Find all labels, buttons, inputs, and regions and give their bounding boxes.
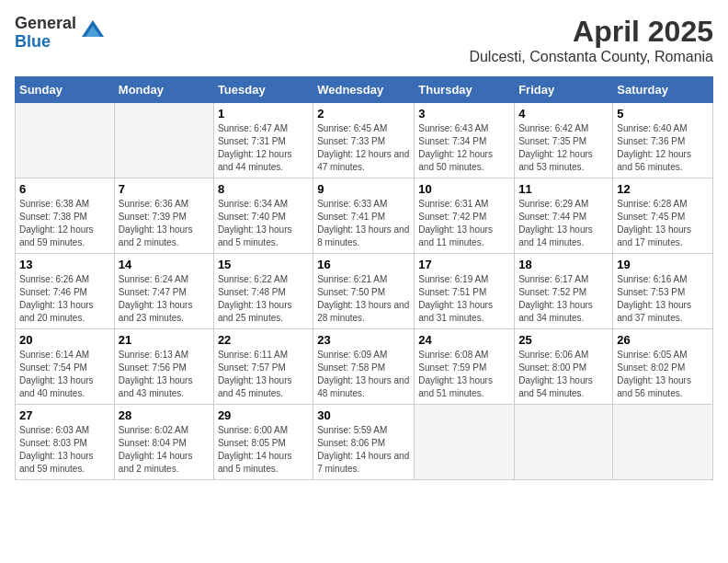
day-number: 16 bbox=[317, 258, 410, 271]
day-number: 19 bbox=[617, 258, 709, 271]
calendar-cell: 25Sunrise: 6:06 AMSunset: 8:00 PMDayligh… bbox=[515, 329, 613, 405]
day-number: 21 bbox=[119, 333, 210, 347]
day-info: Sunrise: 6:38 AMSunset: 7:38 PMDaylight:… bbox=[19, 198, 110, 249]
title-block: April 2025 Dulcesti, Constanta County, R… bbox=[469, 15, 713, 65]
day-number: 15 bbox=[218, 258, 309, 271]
weekday-header: Tuesday bbox=[213, 77, 313, 103]
logo: General Blue bbox=[15, 15, 106, 52]
day-number: 20 bbox=[19, 333, 110, 347]
day-info: Sunrise: 6:47 AMSunset: 7:31 PMDaylight:… bbox=[218, 122, 309, 174]
day-number: 23 bbox=[317, 333, 410, 347]
calendar-week-row: 27Sunrise: 6:03 AMSunset: 8:03 PMDayligh… bbox=[16, 405, 713, 480]
calendar-cell: 8Sunrise: 6:34 AMSunset: 7:40 PMDaylight… bbox=[213, 178, 313, 254]
day-number: 28 bbox=[119, 408, 210, 422]
day-number: 22 bbox=[218, 333, 309, 347]
day-number: 13 bbox=[19, 258, 110, 271]
day-info: Sunrise: 6:03 AMSunset: 8:03 PMDaylight:… bbox=[19, 424, 110, 476]
calendar-cell bbox=[415, 405, 515, 480]
calendar-cell bbox=[16, 103, 115, 178]
calendar-week-row: 1Sunrise: 6:47 AMSunset: 7:31 PMDaylight… bbox=[16, 103, 713, 178]
day-number: 26 bbox=[617, 333, 709, 347]
calendar-cell: 2Sunrise: 6:45 AMSunset: 7:33 PMDaylight… bbox=[313, 103, 415, 178]
weekday-header: Saturday bbox=[613, 77, 713, 103]
calendar-cell: 12Sunrise: 6:28 AMSunset: 7:45 PMDayligh… bbox=[613, 178, 713, 254]
day-number: 11 bbox=[518, 182, 609, 196]
day-info: Sunrise: 6:16 AMSunset: 7:53 PMDaylight:… bbox=[617, 273, 709, 325]
day-number: 18 bbox=[518, 258, 609, 271]
day-info: Sunrise: 6:26 AMSunset: 7:46 PMDaylight:… bbox=[19, 273, 110, 325]
calendar-week-row: 13Sunrise: 6:26 AMSunset: 7:46 PMDayligh… bbox=[16, 254, 713, 329]
day-number: 30 bbox=[317, 408, 410, 422]
day-number: 17 bbox=[418, 258, 510, 271]
weekday-header: Sunday bbox=[16, 77, 115, 103]
day-number: 5 bbox=[617, 107, 709, 121]
day-info: Sunrise: 6:24 AMSunset: 7:47 PMDaylight:… bbox=[119, 273, 210, 325]
day-info: Sunrise: 5:59 AMSunset: 8:06 PMDaylight:… bbox=[317, 424, 410, 476]
calendar-cell: 19Sunrise: 6:16 AMSunset: 7:53 PMDayligh… bbox=[613, 254, 713, 329]
day-info: Sunrise: 6:21 AMSunset: 7:50 PMDaylight:… bbox=[317, 273, 410, 325]
calendar-cell: 10Sunrise: 6:31 AMSunset: 7:42 PMDayligh… bbox=[415, 178, 515, 254]
day-info: Sunrise: 6:14 AMSunset: 7:54 PMDaylight:… bbox=[19, 349, 110, 400]
calendar-cell: 4Sunrise: 6:42 AMSunset: 7:35 PMDaylight… bbox=[515, 103, 613, 178]
calendar-cell: 30Sunrise: 5:59 AMSunset: 8:06 PMDayligh… bbox=[313, 405, 415, 480]
calendar-cell: 14Sunrise: 6:24 AMSunset: 7:47 PMDayligh… bbox=[114, 254, 213, 329]
day-number: 7 bbox=[119, 182, 210, 196]
day-number: 10 bbox=[418, 182, 510, 196]
calendar-cell: 7Sunrise: 6:36 AMSunset: 7:39 PMDaylight… bbox=[114, 178, 213, 254]
day-info: Sunrise: 6:19 AMSunset: 7:51 PMDaylight:… bbox=[418, 273, 510, 325]
day-number: 29 bbox=[218, 408, 309, 422]
calendar-cell: 23Sunrise: 6:09 AMSunset: 7:58 PMDayligh… bbox=[313, 329, 415, 405]
calendar-cell: 13Sunrise: 6:26 AMSunset: 7:46 PMDayligh… bbox=[16, 254, 115, 329]
day-info: Sunrise: 6:29 AMSunset: 7:44 PMDaylight:… bbox=[518, 198, 609, 249]
day-number: 25 bbox=[518, 333, 609, 347]
calendar-cell: 6Sunrise: 6:38 AMSunset: 7:38 PMDaylight… bbox=[16, 178, 115, 254]
weekday-header: Friday bbox=[515, 77, 613, 103]
day-number: 14 bbox=[119, 258, 210, 271]
day-info: Sunrise: 6:13 AMSunset: 7:56 PMDaylight:… bbox=[119, 349, 210, 400]
weekday-header: Thursday bbox=[415, 77, 515, 103]
day-info: Sunrise: 6:09 AMSunset: 7:58 PMDaylight:… bbox=[317, 349, 410, 400]
day-info: Sunrise: 6:42 AMSunset: 7:35 PMDaylight:… bbox=[518, 122, 609, 174]
day-number: 8 bbox=[218, 182, 309, 196]
day-info: Sunrise: 6:34 AMSunset: 7:40 PMDaylight:… bbox=[218, 198, 309, 249]
calendar-cell: 15Sunrise: 6:22 AMSunset: 7:48 PMDayligh… bbox=[213, 254, 313, 329]
calendar-week-row: 20Sunrise: 6:14 AMSunset: 7:54 PMDayligh… bbox=[16, 329, 713, 405]
calendar-cell bbox=[114, 103, 213, 178]
calendar-cell: 16Sunrise: 6:21 AMSunset: 7:50 PMDayligh… bbox=[313, 254, 415, 329]
weekday-header: Monday bbox=[114, 77, 213, 103]
day-number: 2 bbox=[317, 107, 410, 121]
day-info: Sunrise: 6:17 AMSunset: 7:52 PMDaylight:… bbox=[518, 273, 609, 325]
calendar-cell: 3Sunrise: 6:43 AMSunset: 7:34 PMDaylight… bbox=[415, 103, 515, 178]
calendar-subtitle: Dulcesti, Constanta County, Romania bbox=[469, 49, 713, 65]
day-info: Sunrise: 6:00 AMSunset: 8:05 PMDaylight:… bbox=[218, 424, 309, 476]
day-info: Sunrise: 6:45 AMSunset: 7:33 PMDaylight:… bbox=[317, 122, 410, 174]
calendar-table: SundayMondayTuesdayWednesdayThursdayFrid… bbox=[15, 76, 713, 480]
logo-icon bbox=[80, 18, 106, 44]
calendar-cell: 28Sunrise: 6:02 AMSunset: 8:04 PMDayligh… bbox=[114, 405, 213, 480]
calendar-cell: 20Sunrise: 6:14 AMSunset: 7:54 PMDayligh… bbox=[16, 329, 115, 405]
day-info: Sunrise: 6:11 AMSunset: 7:57 PMDaylight:… bbox=[218, 349, 309, 400]
weekday-header: Wednesday bbox=[313, 77, 415, 103]
day-number: 3 bbox=[418, 107, 510, 121]
calendar-cell: 5Sunrise: 6:40 AMSunset: 7:36 PMDaylight… bbox=[613, 103, 713, 178]
calendar-week-row: 6Sunrise: 6:38 AMSunset: 7:38 PMDaylight… bbox=[16, 178, 713, 254]
calendar-cell bbox=[515, 405, 613, 480]
calendar-cell: 27Sunrise: 6:03 AMSunset: 8:03 PMDayligh… bbox=[16, 405, 115, 480]
page-header: General Blue April 2025 Dulcesti, Consta… bbox=[15, 15, 713, 65]
day-number: 9 bbox=[317, 182, 410, 196]
day-info: Sunrise: 6:02 AMSunset: 8:04 PMDaylight:… bbox=[119, 424, 210, 476]
day-info: Sunrise: 6:08 AMSunset: 7:59 PMDaylight:… bbox=[418, 349, 510, 400]
day-number: 6 bbox=[19, 182, 110, 196]
day-info: Sunrise: 6:28 AMSunset: 7:45 PMDaylight:… bbox=[617, 198, 709, 249]
day-number: 4 bbox=[518, 107, 609, 121]
day-info: Sunrise: 6:22 AMSunset: 7:48 PMDaylight:… bbox=[218, 273, 309, 325]
calendar-cell: 29Sunrise: 6:00 AMSunset: 8:05 PMDayligh… bbox=[213, 405, 313, 480]
day-info: Sunrise: 6:06 AMSunset: 8:00 PMDaylight:… bbox=[518, 349, 609, 400]
day-number: 24 bbox=[418, 333, 510, 347]
calendar-cell: 21Sunrise: 6:13 AMSunset: 7:56 PMDayligh… bbox=[114, 329, 213, 405]
calendar-cell: 1Sunrise: 6:47 AMSunset: 7:31 PMDaylight… bbox=[213, 103, 313, 178]
day-number: 27 bbox=[19, 408, 110, 422]
calendar-cell: 24Sunrise: 6:08 AMSunset: 7:59 PMDayligh… bbox=[415, 329, 515, 405]
calendar-title: April 2025 bbox=[469, 15, 713, 49]
calendar-cell: 18Sunrise: 6:17 AMSunset: 7:52 PMDayligh… bbox=[515, 254, 613, 329]
